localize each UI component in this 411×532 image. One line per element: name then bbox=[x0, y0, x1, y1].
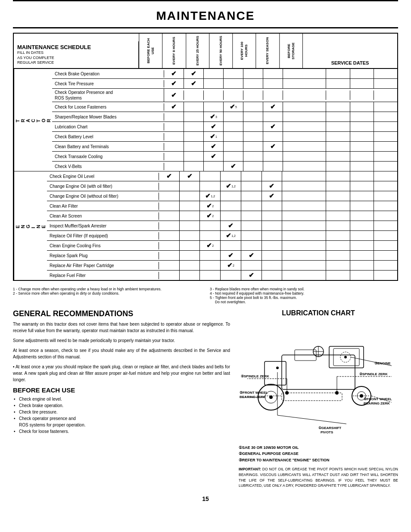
footnotes-right: 3 - Replace blades more often when mowin… bbox=[210, 287, 398, 304]
check-cells: ✔2 bbox=[159, 201, 302, 211]
gen-rec-para-3: At least once a season, check to see if … bbox=[13, 347, 230, 360]
date-cell bbox=[302, 132, 326, 141]
check-cells: ✔ ✔ bbox=[164, 79, 302, 88]
list-item: Check brake operation. bbox=[13, 402, 230, 409]
service-date-cells bbox=[302, 162, 397, 171]
footnotes: 1 - Change more often when operating und… bbox=[13, 287, 398, 304]
svg-point-32 bbox=[344, 356, 347, 358]
date-cell bbox=[350, 261, 374, 270]
lower-content: GENERAL RECOMMENDATIONS The warranty on … bbox=[13, 309, 398, 488]
schedule-main-title: MAINTENANCE SCHEDULE bbox=[17, 44, 135, 50]
check-cell bbox=[283, 90, 302, 100]
right-column: LUBRICATION CHART bbox=[239, 309, 398, 488]
check-cell bbox=[180, 271, 200, 280]
check-cell bbox=[241, 221, 262, 230]
check-cell bbox=[243, 122, 263, 131]
check-cell: ✔3 bbox=[204, 112, 224, 121]
service-date-cells bbox=[302, 271, 397, 280]
date-cell bbox=[302, 152, 326, 161]
check-cell bbox=[180, 191, 200, 201]
footnote-5: 5 - Tighten front axle pivot bolt to 35 … bbox=[210, 296, 398, 300]
engine-section-label: ENGINE bbox=[14, 171, 47, 280]
svg-point-20 bbox=[335, 391, 339, 395]
check-cell bbox=[263, 90, 283, 100]
date-cell bbox=[326, 69, 350, 78]
list-item: Check for loose fasteners. bbox=[13, 428, 230, 435]
row-label: Sharpen/Replace Mower Blades bbox=[52, 113, 164, 121]
check-cell bbox=[241, 181, 262, 191]
table-row: Check Transaxle Cooling ✔ bbox=[52, 152, 397, 162]
lub-chart-heading: LUBRICATION CHART bbox=[239, 309, 398, 317]
service-date-cells bbox=[302, 112, 397, 121]
date-cell bbox=[302, 251, 326, 260]
date-cell bbox=[302, 171, 326, 181]
check-cell: ✔ bbox=[164, 102, 184, 112]
check-cells: ✔1,2 ✔ bbox=[159, 191, 302, 201]
lub-diagram: ②SPINDLE ZERK ②SPINDLE ZERK ②FRONT WHEEL… bbox=[239, 320, 398, 441]
svg-text:②FRONT WHEEL: ②FRONT WHEEL bbox=[364, 397, 392, 401]
date-cell bbox=[350, 251, 374, 260]
schedule-subtitle: FILL IN DATES AS YOU COMPLETE REGULAR SE… bbox=[17, 50, 135, 65]
check-cell bbox=[243, 162, 263, 171]
date-cell bbox=[326, 112, 350, 121]
service-date-cells bbox=[302, 231, 397, 240]
legend-item-2: ②GENERAL PURPOSE GREASE bbox=[239, 451, 398, 457]
service-date-cells bbox=[302, 122, 397, 131]
date-cell bbox=[350, 241, 374, 250]
table-row: Check Brake Operation ✔ ✔ bbox=[52, 69, 397, 79]
date-cell bbox=[350, 79, 374, 88]
date-cell bbox=[326, 251, 350, 260]
svg-point-16 bbox=[285, 391, 289, 395]
svg-rect-0 bbox=[282, 355, 355, 389]
gen-rec-para-1: The warranty on this tractor does not co… bbox=[13, 321, 230, 334]
check-cell bbox=[159, 251, 180, 260]
check-cell bbox=[159, 221, 180, 230]
date-cell bbox=[326, 181, 350, 191]
row-label: Replace Air Filter Paper Cartridge bbox=[47, 262, 159, 269]
check-cell bbox=[262, 271, 283, 280]
check-cell bbox=[164, 162, 184, 171]
date-cell bbox=[350, 122, 374, 131]
check-cell bbox=[262, 201, 283, 211]
date-cell bbox=[302, 231, 326, 240]
check-cell bbox=[243, 142, 263, 151]
date-cell bbox=[350, 221, 374, 230]
check-cell bbox=[283, 69, 302, 78]
service-date-cells bbox=[302, 132, 397, 141]
check-cell: ✔ bbox=[180, 171, 200, 181]
date-cell bbox=[326, 211, 350, 221]
list-item: Check operator presence andROS systems f… bbox=[13, 415, 230, 428]
check-cell bbox=[283, 132, 302, 141]
check-cell bbox=[282, 201, 302, 211]
col-header-5: EVERY 100 HOURS bbox=[232, 34, 255, 68]
check-cell bbox=[262, 211, 283, 221]
service-date-cells bbox=[302, 171, 397, 181]
row-label: Check Brake Operation bbox=[52, 70, 164, 78]
check-cell bbox=[243, 132, 263, 141]
check-cell bbox=[180, 201, 200, 211]
row-label: Replace Fuel Filter bbox=[47, 272, 159, 279]
date-cell bbox=[302, 162, 326, 171]
check-cell bbox=[282, 271, 302, 280]
date-cell bbox=[374, 181, 397, 191]
date-cell bbox=[326, 162, 350, 171]
check-cell bbox=[180, 211, 200, 221]
check-cell bbox=[282, 261, 302, 270]
date-cell bbox=[350, 152, 374, 161]
check-cells: ✔1,2 bbox=[159, 231, 302, 240]
check-cell: ✔ bbox=[241, 251, 262, 260]
check-cell bbox=[243, 79, 263, 88]
date-cell bbox=[350, 132, 374, 141]
date-cell bbox=[350, 231, 374, 240]
check-cell bbox=[283, 79, 302, 88]
footnote-3: 3 - Replace blades more often when mowin… bbox=[210, 287, 398, 291]
footnote-2: 2 - Service more often when operating in… bbox=[13, 291, 201, 296]
page-number: 15 bbox=[13, 495, 398, 502]
gen-rec-para-4: • At least once a year you should replac… bbox=[13, 364, 230, 383]
date-cell bbox=[326, 152, 350, 161]
row-label: Clean Engine Cooling Fins bbox=[47, 242, 159, 249]
check-cell: ✔5 bbox=[224, 102, 243, 112]
check-cells: ✔2 bbox=[159, 261, 302, 270]
date-cell bbox=[302, 122, 326, 131]
row-label: Check Operator Presence andROS Systems bbox=[52, 89, 164, 102]
